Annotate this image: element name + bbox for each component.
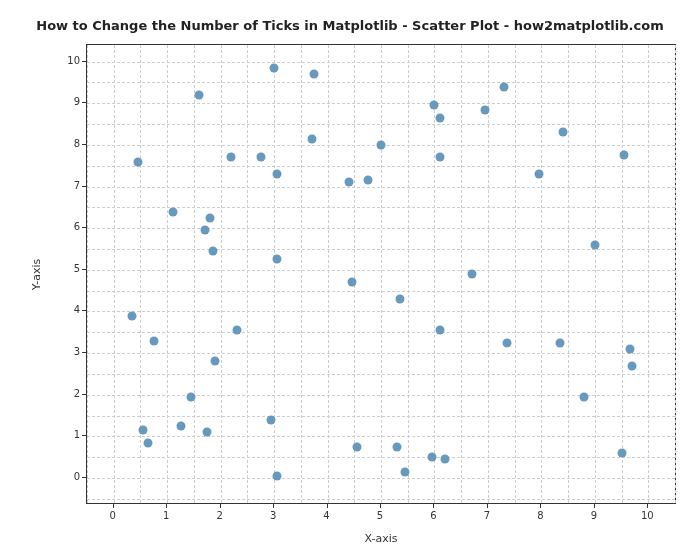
y-tick-label: 8 <box>58 138 80 149</box>
gridline-v <box>622 45 623 503</box>
x-tick-mark <box>594 504 595 508</box>
gridline-h <box>87 416 675 417</box>
scatter-point <box>232 326 241 335</box>
gridline-h <box>87 332 675 333</box>
scatter-point <box>481 105 490 114</box>
gridline-h <box>87 436 675 437</box>
x-tick-mark <box>647 504 648 508</box>
scatter-point <box>467 270 476 279</box>
gridline-v <box>114 45 115 503</box>
x-tick-label: 8 <box>530 510 550 521</box>
scatter-point <box>139 426 148 435</box>
scatter-point <box>534 170 543 179</box>
x-tick-mark <box>220 504 221 508</box>
scatter-point <box>133 157 142 166</box>
scatter-point <box>556 338 565 347</box>
scatter-point <box>377 140 386 149</box>
gridline-h <box>87 249 675 250</box>
scatter-point <box>558 128 567 137</box>
scatter-point <box>272 255 281 264</box>
scatter-point <box>347 278 356 287</box>
y-tick-mark <box>82 394 86 395</box>
y-tick-mark <box>82 352 86 353</box>
scatter-point <box>620 151 629 160</box>
gridline-v <box>648 45 649 503</box>
gridline-v <box>595 45 596 503</box>
scatter-point <box>310 70 319 79</box>
x-tick-label: 9 <box>584 510 604 521</box>
gridline-v <box>167 45 168 503</box>
x-tick-mark <box>380 504 381 508</box>
y-tick-label: 1 <box>58 429 80 440</box>
gridline-v <box>541 45 542 503</box>
gridline-v <box>274 45 275 503</box>
plot-area <box>86 44 676 504</box>
scatter-point <box>401 467 410 476</box>
x-tick-label: 2 <box>210 510 230 521</box>
gridline-v <box>515 45 516 503</box>
gridline-h <box>87 457 675 458</box>
gridline-v <box>488 45 489 503</box>
x-tick-mark <box>166 504 167 508</box>
scatter-point <box>435 153 444 162</box>
y-tick-label: 4 <box>58 304 80 315</box>
y-tick-label: 2 <box>58 388 80 399</box>
y-tick-mark <box>82 310 86 311</box>
x-tick-label: 3 <box>263 510 283 521</box>
gridline-v <box>247 45 248 503</box>
scatter-point <box>628 361 637 370</box>
gridline-v <box>221 45 222 503</box>
gridline-v <box>408 45 409 503</box>
x-tick-mark <box>433 504 434 508</box>
gridline-h <box>87 374 675 375</box>
gridline-h <box>87 478 675 479</box>
gridline-h <box>87 311 675 312</box>
scatter-point <box>625 344 634 353</box>
x-tick-label: 0 <box>103 510 123 521</box>
x-tick-label: 7 <box>477 510 497 521</box>
y-tick-label: 9 <box>58 96 80 107</box>
scatter-point <box>195 90 204 99</box>
chart-title: How to Change the Number of Ticks in Mat… <box>0 18 700 33</box>
gridline-v <box>194 45 195 503</box>
x-tick-mark <box>487 504 488 508</box>
gridline-v <box>354 45 355 503</box>
gridline-h <box>87 270 675 271</box>
gridline-h <box>87 82 675 83</box>
y-tick-label: 6 <box>58 221 80 232</box>
scatter-point <box>211 357 220 366</box>
gridline-h <box>87 228 675 229</box>
scatter-point <box>441 455 450 464</box>
scatter-point <box>168 207 177 216</box>
scatter-point <box>580 392 589 401</box>
scatter-point <box>435 113 444 122</box>
x-tick-mark <box>273 504 274 508</box>
scatter-point <box>205 213 214 222</box>
gridline-h <box>87 166 675 167</box>
gridline-v <box>381 45 382 503</box>
y-tick-mark <box>82 61 86 62</box>
x-tick-mark <box>327 504 328 508</box>
scatter-point <box>427 453 436 462</box>
scatter-point <box>144 438 153 447</box>
chart-figure: How to Change the Number of Ticks in Mat… <box>0 0 700 560</box>
y-tick-label: 0 <box>58 471 80 482</box>
gridline-v <box>301 45 302 503</box>
x-tick-label: 6 <box>423 510 443 521</box>
scatter-point <box>227 153 236 162</box>
scatter-point <box>395 294 404 303</box>
scatter-point <box>203 428 212 437</box>
scatter-point <box>128 311 137 320</box>
scatter-point <box>200 226 209 235</box>
scatter-point <box>176 421 185 430</box>
scatter-point <box>363 176 372 185</box>
scatter-point <box>272 170 281 179</box>
gridline-h <box>87 62 675 63</box>
x-tick-label: 4 <box>317 510 337 521</box>
y-tick-label: 7 <box>58 180 80 191</box>
y-tick-mark <box>82 227 86 228</box>
y-tick-label: 3 <box>58 346 80 357</box>
gridline-h <box>87 187 675 188</box>
scatter-point <box>307 134 316 143</box>
y-tick-mark <box>82 435 86 436</box>
